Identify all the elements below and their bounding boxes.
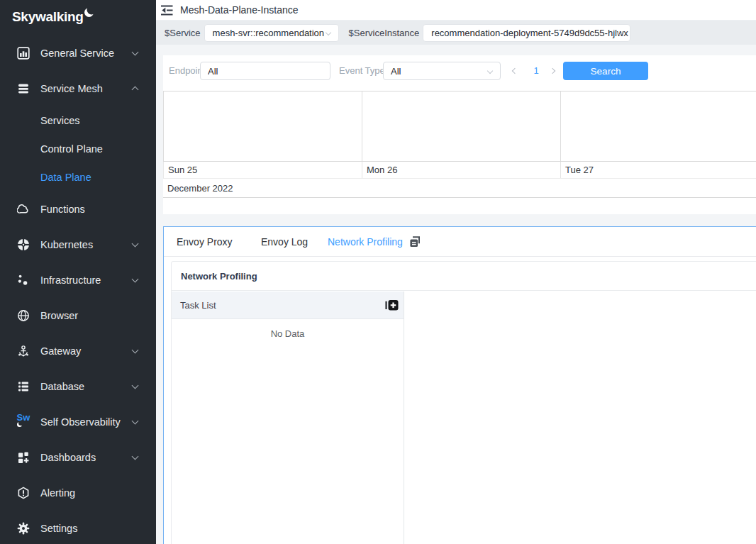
list-icon <box>17 380 30 393</box>
grid-plus-icon <box>17 451 30 464</box>
chevron-down-icon <box>132 240 139 248</box>
moon-icon <box>84 8 94 17</box>
sidebar-item-services[interactable]: Services <box>0 106 156 135</box>
month-label: December 2022 <box>163 179 756 198</box>
chevron-down-icon <box>132 382 139 389</box>
timeline-grid <box>163 91 756 162</box>
chevron-down-icon <box>132 49 139 56</box>
sidebar-item-functions[interactable]: Functions <box>0 191 156 227</box>
service-instance-label: $ServiceInstance <box>349 28 420 38</box>
kubernetes-wheel-icon <box>17 238 30 251</box>
chevron-down-icon <box>132 418 139 425</box>
timeline-day-cell <box>561 91 756 161</box>
day-label: Tue 27 <box>561 162 756 178</box>
sidebar-item-browser[interactable]: Browser <box>0 298 156 333</box>
event-type-select[interactable]: All <box>383 62 501 80</box>
collapse-menu-icon[interactable] <box>161 5 173 16</box>
instance-tabs-panel: Envoy Proxy Envoy Log Network Profiling … <box>163 226 756 544</box>
main-content: Mesh-Data-Plane-Instance $Service mesh-s… <box>156 0 756 544</box>
chart-icon <box>17 47 30 60</box>
sw-logo-icon: Sw <box>17 416 30 428</box>
chevron-down-icon <box>132 347 139 354</box>
service-label: $Service <box>165 28 201 38</box>
endpoint-input[interactable] <box>200 62 330 80</box>
sidebar-item-service-mesh[interactable]: Service Mesh <box>0 71 156 106</box>
tabs-bar: Envoy Proxy Envoy Log Network Profiling <box>164 227 756 257</box>
tab-network-profiling[interactable]: Network Profiling <box>328 227 403 257</box>
profiling-detail-panel <box>404 292 756 544</box>
chevron-down-icon <box>487 68 493 74</box>
skywalking-logo: Skywalking <box>0 0 156 35</box>
layers-icon <box>17 82 30 95</box>
sidebar-item-gateway[interactable]: Gateway <box>0 333 156 369</box>
tab-envoy-log[interactable]: Envoy Log <box>261 227 308 257</box>
widget-title: Network Profiling <box>172 262 756 291</box>
network-profiling-widget: Network Profiling Task List No Data <box>171 261 756 544</box>
sidebar-item-control-plane[interactable]: Control Plane <box>0 135 156 163</box>
skywalking-app: Skywalking General Service Service Mesh … <box>0 0 756 544</box>
task-list-header: Task List <box>172 292 404 319</box>
sidebar-item-kubernetes[interactable]: Kubernetes <box>0 227 156 262</box>
event-type-label: Event Type: <box>339 62 387 80</box>
add-task-icon[interactable] <box>385 299 399 311</box>
selector-bar: $Service mesh-svr::recommendation $Servi… <box>156 21 756 45</box>
event-timeline: Sun 25 Mon 26 Tue 27 December 2022 <box>163 91 756 198</box>
day-label: Mon 26 <box>362 162 561 178</box>
empty-state-text: No Data <box>172 319 404 339</box>
widget-body: Task List No Data <box>172 292 756 544</box>
search-button[interactable]: Search <box>563 62 648 80</box>
day-label: Sun 25 <box>164 162 362 178</box>
chevron-down-icon <box>325 29 330 35</box>
events-card: Endpoint: Event Type: All 1 Search Sun 2… <box>163 55 756 214</box>
sidebar-item-database[interactable]: Database <box>0 369 156 404</box>
sidebar-item-infrastructure[interactable]: Infrastructure <box>0 262 156 298</box>
globe-icon <box>17 309 30 322</box>
service-instance-select[interactable]: recommendation-deployment-5749d9dc55-hjl… <box>423 24 630 42</box>
task-list-panel: Task List No Data <box>172 292 404 544</box>
sidebar-item-general-service[interactable]: General Service <box>0 35 156 71</box>
sidebar-item-self-observability[interactable]: Sw Self Observability <box>0 404 156 440</box>
next-page-button[interactable] <box>545 62 560 80</box>
logo-text-walking: walking <box>35 9 84 25</box>
timeline-day-cell <box>362 91 561 161</box>
page-title: Mesh-Data-Plane-Instance <box>180 4 299 16</box>
tab-envoy-proxy[interactable]: Envoy Proxy <box>177 227 233 257</box>
cloud-icon <box>17 203 30 216</box>
sidebar-item-dashboards[interactable]: Dashboards <box>0 440 156 475</box>
service-select[interactable]: mesh-svr::recommendation <box>204 24 339 42</box>
timeline-day-cell <box>164 91 362 161</box>
timeline-day-labels: Sun 25 Mon 26 Tue 27 <box>163 162 756 179</box>
sidebar-item-settings[interactable]: Settings <box>0 511 156 544</box>
hexagon-alert-icon <box>17 487 30 499</box>
dots-icon <box>17 274 30 287</box>
gateway-icon <box>17 345 30 357</box>
logo-text-sky: Sky <box>12 9 35 25</box>
copy-icon[interactable] <box>408 235 421 251</box>
sidebar: Skywalking General Service Service Mesh … <box>0 0 156 544</box>
sidebar-item-alerting[interactable]: Alerting <box>0 475 156 511</box>
chevron-down-icon <box>132 276 139 283</box>
page-number[interactable]: 1 <box>526 62 546 80</box>
sidebar-item-data-plane[interactable]: Data Plane <box>0 163 156 191</box>
prev-page-button[interactable] <box>508 62 522 80</box>
chevron-up-icon <box>132 87 139 94</box>
gear-icon <box>17 522 30 535</box>
chevron-down-icon <box>132 453 139 460</box>
page-header: Mesh-Data-Plane-Instance <box>156 0 756 21</box>
